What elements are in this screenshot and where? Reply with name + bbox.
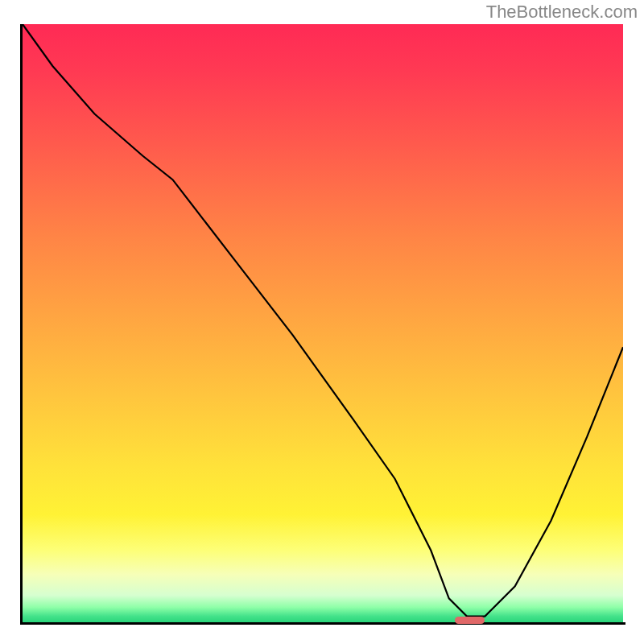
watermark-text: TheBottleneck.com (486, 2, 638, 23)
chart-frame: TheBottleneck.com (0, 0, 644, 644)
optimal-range-marker (455, 617, 485, 624)
plot-area (20, 24, 625, 625)
axes (20, 24, 625, 625)
